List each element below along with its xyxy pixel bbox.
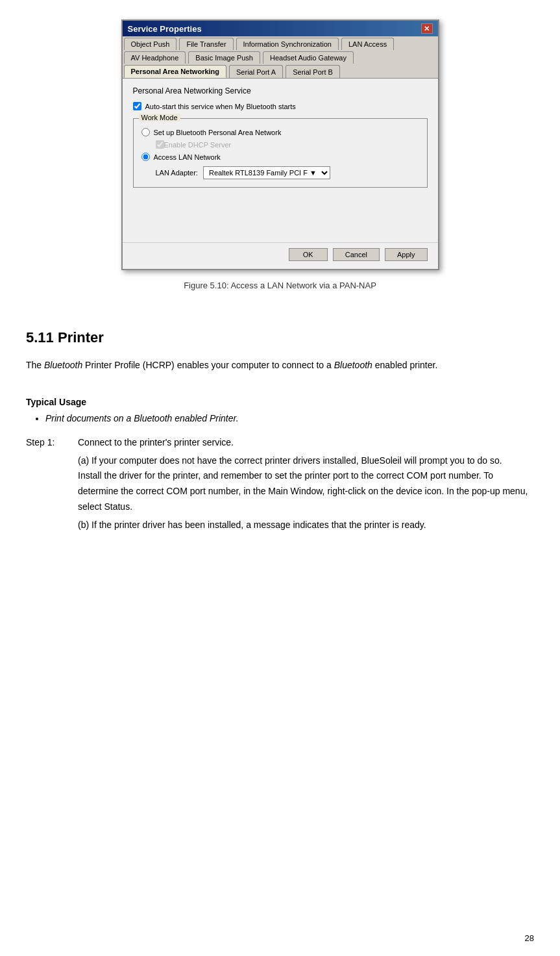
intro-italic1: Bluetooth	[44, 360, 82, 370]
autostart-label: Auto-start this service when My Bluetoot…	[145, 103, 296, 110]
service-properties-dialog: Service Properties ✕ Object Push File Tr…	[121, 19, 439, 270]
cancel-button[interactable]: Cancel	[333, 248, 380, 261]
step2-text-span: (a) If your computer does not have the c…	[78, 455, 528, 512]
intro-paragraph: The Bluetooth Printer Profile (HCRP) ena…	[26, 358, 534, 372]
lan-adapter-label: LAN Adapter:	[156, 169, 198, 177]
dialog-buttons: OK Cancel Apply	[123, 242, 438, 269]
autostart-checkbox[interactable]	[133, 102, 141, 110]
step3-text: (b) If the printer driver has been insta…	[78, 516, 534, 535]
spacer-area	[133, 195, 428, 234]
dialog-titlebar: Service Properties ✕	[123, 21, 438, 36]
section-title: Printer	[58, 329, 104, 346]
lan-adapter-row: LAN Adapter: Realtek RTL8139 Family PCI …	[156, 166, 419, 179]
dialog-body: Personal Area Networking Service Auto-st…	[123, 79, 438, 242]
ok-button[interactable]: OK	[289, 248, 328, 261]
autostart-row: Auto-start this service when My Bluetoot…	[133, 102, 428, 110]
dialog-title: Service Properties	[128, 24, 202, 34]
step1-label: Step 1:	[26, 434, 78, 452]
section-heading: 5.11 Printer	[26, 329, 534, 346]
lan-adapter-select[interactable]: Realtek RTL8139 Family PCI F ▼	[203, 166, 330, 179]
figure-caption: Figure 5.10: Access a LAN Network via a …	[26, 281, 534, 290]
typical-usage-title: Typical Usage	[26, 397, 534, 407]
bullet-list: Print documents on a Bluetooth enabled P…	[45, 411, 534, 425]
tab-info-sync[interactable]: Information Synchronization	[236, 38, 339, 50]
page-number: 28	[525, 933, 534, 943]
radio-setup-pan: Set up Bluetooth Personal Area Network	[141, 128, 419, 136]
table-row: Step 1: Connect to the printer's printer…	[26, 434, 534, 452]
step2-label	[26, 452, 78, 516]
dhcp-checkbox[interactable]	[156, 140, 164, 149]
tab-basic-image-push[interactable]: Basic Image Push	[188, 51, 260, 64]
step3-label	[26, 516, 78, 535]
tab-serial-port-a[interactable]: Serial Port A	[229, 65, 283, 78]
work-mode-groupbox: Work Mode Set up Bluetooth Personal Area…	[133, 118, 428, 188]
tab-av-headphone[interactable]: AV Headphone	[124, 51, 186, 64]
radio-pan-label: Set up Bluetooth Personal Area Network	[154, 129, 282, 136]
step1-text: Connect to the printer's printer service…	[78, 434, 534, 452]
access-lan-radio[interactable]	[141, 153, 150, 161]
spacer2	[26, 384, 534, 397]
tab-file-transfer[interactable]: File Transfer	[179, 38, 233, 50]
access-lan-label: Access LAN Network	[154, 153, 221, 161]
steps-table: Step 1: Connect to the printer's printer…	[26, 434, 534, 535]
bullet-item: Print documents on a Bluetooth enabled P…	[45, 411, 534, 425]
close-button[interactable]: ✕	[421, 23, 433, 34]
group-legend: Work Mode	[139, 114, 180, 121]
tabs-row: Object Push File Transfer Information Sy…	[123, 36, 438, 79]
section-number: 5.11	[26, 329, 54, 346]
intro-text1: The	[26, 360, 44, 370]
tab-lan-access[interactable]: LAN Access	[341, 38, 394, 50]
intro-text3: enabled printer.	[372, 360, 437, 370]
radio-pan-radio[interactable]	[141, 128, 150, 136]
tab-object-push[interactable]: Object Push	[124, 38, 177, 50]
radio-access-lan: Access LAN Network	[141, 153, 419, 161]
radio-dhcp-row: Enable DHCP Server	[156, 140, 419, 149]
tab-headset-audio-gateway[interactable]: Headset Audio Gateway	[263, 51, 354, 64]
tab-pan[interactable]: Personal Area Networking	[124, 65, 227, 78]
apply-button[interactable]: Apply	[385, 248, 428, 261]
intro-text2: Printer Profile (HCRP) enables your comp…	[82, 360, 334, 370]
spacer1	[26, 310, 534, 323]
dhcp-label: Enable DHCP Server	[164, 141, 232, 149]
step2-text: (a) If your computer does not have the c…	[78, 452, 534, 516]
service-title: Personal Area Networking Service	[133, 86, 428, 95]
table-row: (a) If your computer does not have the c…	[26, 452, 534, 516]
intro-italic2: Bluetooth	[334, 360, 372, 370]
screenshot-container: Service Properties ✕ Object Push File Tr…	[26, 19, 534, 270]
table-row: (b) If the printer driver has been insta…	[26, 516, 534, 535]
tab-serial-port-b[interactable]: Serial Port B	[286, 65, 340, 78]
